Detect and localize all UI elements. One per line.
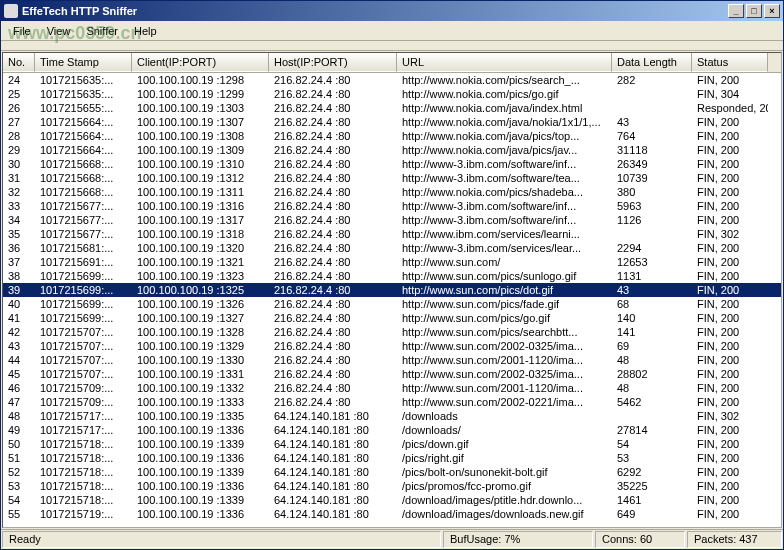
cell-client: 100.100.100.19 :1336 — [132, 424, 269, 436]
cell-status: FIN, 200 — [692, 130, 768, 142]
table-row[interactable]: 321017215668:...100.100.100.19 :1311216.… — [3, 185, 781, 199]
cell-ts: 1017215677:... — [35, 214, 132, 226]
table-row[interactable]: 341017215677:...100.100.100.19 :1317216.… — [3, 213, 781, 227]
cell-ts: 1017215699:... — [35, 284, 132, 296]
cell-client: 100.100.100.19 :1339 — [132, 494, 269, 506]
cell-len: 54 — [612, 438, 692, 450]
cell-host: 216.82.24.4 :80 — [269, 396, 397, 408]
cell-host: 64.124.140.181 :80 — [269, 466, 397, 478]
cell-len: 12653 — [612, 256, 692, 268]
table-row[interactable]: 481017215717:...100.100.100.19 :133564.1… — [3, 409, 781, 423]
table-row[interactable]: 301017215668:...100.100.100.19 :1310216.… — [3, 157, 781, 171]
table-row[interactable]: 361017215681:...100.100.100.19 :1320216.… — [3, 241, 781, 255]
table-row[interactable]: 471017215709:...100.100.100.19 :1333216.… — [3, 395, 781, 409]
cell-ts: 1017215681:... — [35, 242, 132, 254]
cell-host: 216.82.24.4 :80 — [269, 382, 397, 394]
minimize-button[interactable]: _ — [728, 4, 744, 18]
cell-status: FIN, 200 — [692, 214, 768, 226]
cell-ts: 1017215718:... — [35, 480, 132, 492]
cell-ts: 1017215668:... — [35, 158, 132, 170]
cell-host: 64.124.140.181 :80 — [269, 480, 397, 492]
close-button[interactable]: × — [764, 4, 780, 18]
table-row[interactable]: 491017215717:...100.100.100.19 :133664.1… — [3, 423, 781, 437]
col-host[interactable]: Host(IP:PORT) — [269, 53, 397, 72]
cell-len: 5462 — [612, 396, 692, 408]
cell-url: /download/images/downloads.new.gif — [397, 508, 612, 520]
menu-view[interactable]: View — [39, 23, 79, 39]
cell-len: 2294 — [612, 242, 692, 254]
cell-len: 1126 — [612, 214, 692, 226]
cell-host: 216.82.24.4 :80 — [269, 326, 397, 338]
grid-body[interactable]: 241017215635:...100.100.100.19 :1298216.… — [3, 73, 781, 527]
cell-ts: 1017215635:... — [35, 88, 132, 100]
table-row[interactable]: 431017215707:...100.100.100.19 :1329216.… — [3, 339, 781, 353]
cell-len: 43 — [612, 116, 692, 128]
cell-no: 34 — [3, 214, 35, 226]
table-row[interactable]: 241017215635:...100.100.100.19 :1298216.… — [3, 73, 781, 87]
cell-client: 100.100.100.19 :1329 — [132, 340, 269, 352]
table-row[interactable]: 331017215677:...100.100.100.19 :1316216.… — [3, 199, 781, 213]
status-bufusage: BufUsage: 7% — [443, 531, 593, 548]
table-row[interactable]: 551017215719:...100.100.100.19 :133664.1… — [3, 507, 781, 521]
cell-len: 6292 — [612, 466, 692, 478]
col-url[interactable]: URL — [397, 53, 612, 72]
table-row[interactable]: 271017215664:...100.100.100.19 :1307216.… — [3, 115, 781, 129]
table-row[interactable]: 311017215668:...100.100.100.19 :1312216.… — [3, 171, 781, 185]
cell-len: 649 — [612, 508, 692, 520]
cell-url: http://www-3.ibm.com/services/lear... — [397, 242, 612, 254]
table-row[interactable]: 281017215664:...100.100.100.19 :1308216.… — [3, 129, 781, 143]
cell-url: http://www.sun.com/pics/go.gif — [397, 312, 612, 324]
table-row[interactable]: 391017215699:...100.100.100.19 :1325216.… — [3, 283, 781, 297]
cell-client: 100.100.100.19 :1339 — [132, 466, 269, 478]
cell-status: FIN, 302 — [692, 410, 768, 422]
cell-host: 64.124.140.181 :80 — [269, 452, 397, 464]
table-row[interactable]: 371017215691:...100.100.100.19 :1321216.… — [3, 255, 781, 269]
table-row[interactable]: 501017215718:...100.100.100.19 :133964.1… — [3, 437, 781, 451]
cell-len: 43 — [612, 284, 692, 296]
table-row[interactable]: 441017215707:...100.100.100.19 :1330216.… — [3, 353, 781, 367]
cell-host: 216.82.24.4 :80 — [269, 200, 397, 212]
app-icon — [4, 4, 18, 18]
cell-no: 29 — [3, 144, 35, 156]
table-row[interactable]: 291017215664:...100.100.100.19 :1309216.… — [3, 143, 781, 157]
packet-grid: No. Time Stamp Client(IP:PORT) Host(IP:P… — [2, 52, 782, 528]
table-row[interactable]: 511017215718:...100.100.100.19 :133664.1… — [3, 451, 781, 465]
table-row[interactable]: 411017215699:...100.100.100.19 :1327216.… — [3, 311, 781, 325]
table-row[interactable]: 541017215718:...100.100.100.19 :133964.1… — [3, 493, 781, 507]
table-row[interactable]: 521017215718:...100.100.100.19 :133964.1… — [3, 465, 781, 479]
cell-host: 216.82.24.4 :80 — [269, 340, 397, 352]
menu-file[interactable]: File — [5, 23, 39, 39]
cell-url: http://www.sun.com/ — [397, 256, 612, 268]
menu-help[interactable]: Help — [126, 23, 165, 39]
cell-client: 100.100.100.19 :1326 — [132, 298, 269, 310]
menu-sniffer[interactable]: Sniffer — [78, 23, 126, 39]
table-row[interactable]: 351017215677:...100.100.100.19 :1318216.… — [3, 227, 781, 241]
cell-status: FIN, 200 — [692, 298, 768, 310]
col-client[interactable]: Client(IP:PORT) — [132, 53, 269, 72]
cell-len: 140 — [612, 312, 692, 324]
cell-client: 100.100.100.19 :1336 — [132, 452, 269, 464]
col-status[interactable]: Status — [692, 53, 768, 72]
grid-header: No. Time Stamp Client(IP:PORT) Host(IP:P… — [3, 53, 781, 73]
table-row[interactable]: 421017215707:...100.100.100.19 :1328216.… — [3, 325, 781, 339]
cell-url: http://www.sun.com/pics/fade.gif — [397, 298, 612, 310]
col-data-length[interactable]: Data Length — [612, 53, 692, 72]
table-row[interactable]: 451017215707:...100.100.100.19 :1331216.… — [3, 367, 781, 381]
table-row[interactable]: 461017215709:...100.100.100.19 :1332216.… — [3, 381, 781, 395]
cell-host: 216.82.24.4 :80 — [269, 214, 397, 226]
table-row[interactable]: 531017215718:...100.100.100.19 :133664.1… — [3, 479, 781, 493]
cell-host: 216.82.24.4 :80 — [269, 228, 397, 240]
table-row[interactable]: 401017215699:...100.100.100.19 :1326216.… — [3, 297, 781, 311]
cell-status: FIN, 200 — [692, 144, 768, 156]
cell-host: 64.124.140.181 :80 — [269, 508, 397, 520]
col-no[interactable]: No. — [3, 53, 35, 72]
table-row[interactable]: 251017215635:...100.100.100.19 :1299216.… — [3, 87, 781, 101]
table-row[interactable]: 261017215655:...100.100.100.19 :1303216.… — [3, 101, 781, 115]
cell-len: 53 — [612, 452, 692, 464]
cell-client: 100.100.100.19 :1311 — [132, 186, 269, 198]
col-timestamp[interactable]: Time Stamp — [35, 53, 132, 72]
table-row[interactable]: 381017215699:...100.100.100.19 :1323216.… — [3, 269, 781, 283]
cell-status: FIN, 200 — [692, 326, 768, 338]
cell-ts: 1017215707:... — [35, 368, 132, 380]
maximize-button[interactable]: □ — [746, 4, 762, 18]
